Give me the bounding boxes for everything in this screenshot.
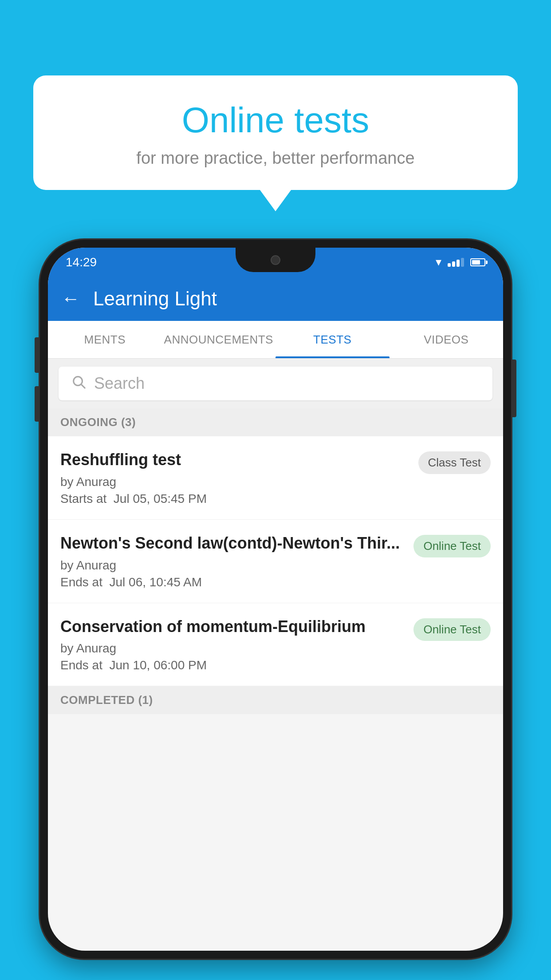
signal-bar-3 [457, 260, 460, 267]
test-item-reshuffling[interactable]: Reshuffling test by Anurag Starts at Jul… [48, 436, 503, 520]
test-item-newton[interactable]: Newton's Second law(contd)-Newton's Thir… [48, 520, 503, 603]
test-name-newton: Newton's Second law(contd)-Newton's Thir… [60, 533, 406, 554]
test-name-conservation: Conservation of momentum-Equilibrium [60, 616, 406, 637]
completed-section-header: COMPLETED (1) [48, 686, 503, 714]
tabs-container: MENTS ANNOUNCEMENTS TESTS VIDEOS [48, 321, 503, 359]
test-item-conservation[interactable]: Conservation of momentum-Equilibrium by … [48, 603, 503, 687]
phone-notch [236, 248, 315, 272]
tab-videos[interactable]: VIDEOS [390, 321, 504, 358]
test-author-reshuffling: by Anurag [60, 475, 411, 489]
signal-bar-2 [452, 261, 455, 267]
tab-announcements[interactable]: ANNOUNCEMENTS [162, 321, 276, 358]
signal-bar-1 [448, 263, 451, 267]
test-author-conservation: by Anurag [60, 641, 406, 656]
phone-outer: 14:29 ▾ ← Learning Light [40, 240, 511, 959]
power-button [512, 360, 516, 417]
test-name-reshuffling: Reshuffling test [60, 450, 411, 470]
signal-bars [448, 258, 464, 267]
search-placeholder: Search [94, 374, 145, 393]
status-icons: ▾ [436, 255, 485, 269]
search-bar[interactable]: Search [59, 367, 492, 400]
test-time-conservation: Ends at Jun 10, 06:00 PM [60, 658, 406, 672]
battery-icon [470, 258, 485, 266]
svg-point-0 [74, 376, 83, 385]
app-title: Learning Light [93, 288, 217, 310]
test-time-newton: Ends at Jul 06, 10:45 AM [60, 575, 406, 589]
tab-ments[interactable]: MENTS [48, 321, 162, 358]
volume-up-button [35, 337, 39, 373]
test-time-reshuffling: Starts at Jul 05, 05:45 PM [60, 492, 411, 506]
speech-bubble: Online tests for more practice, better p… [33, 75, 518, 190]
completed-section-title: COMPLETED (1) [60, 693, 153, 707]
tab-tests[interactable]: TESTS [276, 321, 390, 358]
wifi-icon: ▾ [436, 255, 441, 269]
status-time: 14:29 [66, 255, 97, 269]
back-button[interactable]: ← [61, 288, 80, 309]
battery-fill [472, 260, 480, 265]
test-badge-reshuffling: Class Test [418, 451, 491, 474]
volume-down-button [35, 386, 39, 422]
ongoing-section-title: ONGOING (3) [60, 415, 136, 429]
test-info-reshuffling: Reshuffling test by Anurag Starts at Jul… [60, 450, 411, 506]
phone-mockup: 14:29 ▾ ← Learning Light [40, 240, 511, 980]
speech-bubble-subtitle: for more practice, better performance [60, 149, 491, 168]
test-badge-conservation: Online Test [413, 618, 491, 641]
search-container: Search [48, 359, 503, 408]
test-info-conservation: Conservation of momentum-Equilibrium by … [60, 616, 406, 673]
test-badge-newton: Online Test [413, 535, 491, 557]
front-camera [271, 255, 280, 265]
app-bar: ← Learning Light [48, 277, 503, 321]
speech-bubble-title: Online tests [60, 100, 491, 141]
test-info-newton: Newton's Second law(contd)-Newton's Thir… [60, 533, 406, 589]
search-icon [71, 374, 86, 393]
ongoing-section-header: ONGOING (3) [48, 408, 503, 436]
svg-line-1 [82, 385, 85, 388]
test-author-newton: by Anurag [60, 558, 406, 573]
signal-bar-4 [461, 258, 464, 267]
phone-screen: 14:29 ▾ ← Learning Light [48, 248, 503, 951]
